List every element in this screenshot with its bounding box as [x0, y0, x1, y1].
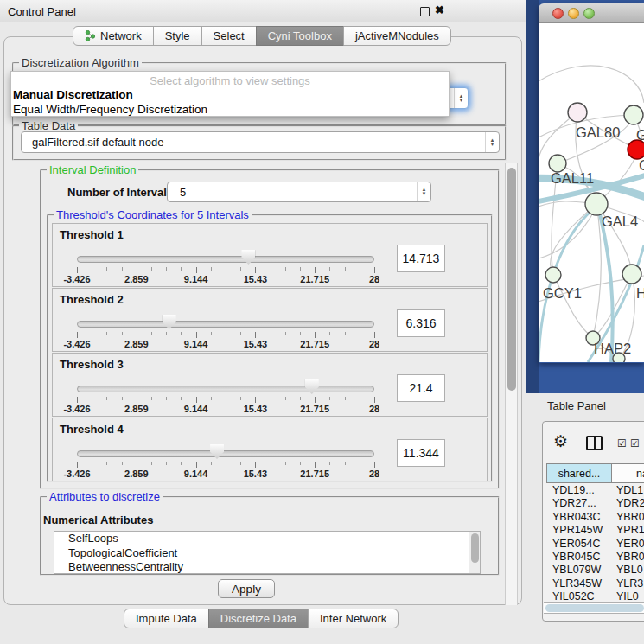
- algorithm-option-equal-width[interactable]: Equal Width/Frequency Discretization: [11, 102, 449, 117]
- tab-jactivemnodules-label: jActiveMNodules: [355, 29, 439, 42]
- list-item[interactable]: TopologicalCoefficient: [54, 546, 480, 561]
- tick-label: 15.43: [244, 469, 268, 479]
- table-row[interactable]: YBR045CYBR0: [546, 551, 644, 564]
- float-panel-icon[interactable]: [420, 7, 430, 16]
- tab-jactivemnodules[interactable]: jActiveMNodules: [343, 26, 451, 46]
- threshold-2-slider[interactable]: -3.426 2.859 9.144 15.43 21.715 28: [77, 315, 374, 349]
- tick-label: 2.859: [124, 274, 149, 284]
- tab-cyni-toolbox[interactable]: Cyni Toolbox: [256, 26, 344, 46]
- node-label-c: C: [639, 157, 644, 173]
- network-window-titlebar[interactable]: [539, 3, 644, 23]
- node-label-ga: GA: [636, 127, 644, 143]
- numerical-attributes-list[interactable]: SelfLoops TopologicalCoefficient Between…: [54, 531, 481, 574]
- table-row[interactable]: YBL079WYBL0: [546, 564, 644, 577]
- node-selected-red[interactable]: [628, 140, 644, 159]
- tab-discretize-data[interactable]: Discretize Data: [208, 609, 309, 628]
- network-view-window[interactable]: GAL80 GA C GAL11 GAL4 GCY1 H HAP2: [539, 3, 644, 363]
- node-gal80[interactable]: [568, 103, 587, 122]
- threshold-1-title: Threshold 1: [60, 228, 124, 241]
- table-row[interactable]: YIL052CYIL0: [546, 590, 644, 602]
- table-row[interactable]: YDL19...YDL1: [546, 484, 644, 497]
- discretization-algorithm-group-title: Discretization Algorithm: [19, 56, 142, 69]
- tick-label: 28: [369, 469, 379, 479]
- table-row[interactable]: YBR043CYBR0: [546, 511, 644, 524]
- tick-label: 15.43: [244, 274, 268, 284]
- tab-impute-data[interactable]: Impute Data: [124, 609, 209, 628]
- tab-style[interactable]: Style: [153, 26, 202, 46]
- node-gal4[interactable]: [585, 193, 608, 215]
- tick-label: 21.715: [300, 274, 329, 284]
- combo-stepper-icon: ▲▼: [485, 132, 499, 152]
- checkbox-icon[interactable]: ☑: [617, 438, 627, 449]
- node-label-gal80: GAL80: [576, 124, 620, 140]
- table-horizontal-scrollbar-thumb[interactable]: [545, 604, 644, 612]
- tab-discretize-data-label: Discretize Data: [220, 612, 296, 625]
- gear-icon[interactable]: ⚙: [553, 433, 568, 450]
- slider-track[interactable]: [77, 321, 374, 328]
- number-of-intervals-label: Number of Intervals: [67, 186, 173, 199]
- threshold-1-slider[interactable]: -3.426 2.859 9.144 15.43 21.715 28: [77, 250, 374, 284]
- panel-scrollbar[interactable]: [505, 163, 518, 605]
- table-row[interactable]: YER054CYER0: [546, 538, 644, 551]
- table-horizontal-scrollbar[interactable]: [544, 602, 644, 614]
- table-row[interactable]: YLR345WYLR3: [546, 577, 644, 590]
- tab-network[interactable]: Network: [73, 26, 154, 46]
- column-header-name[interactable]: na: [611, 463, 644, 483]
- cyni-bottom-tabs: Impute Data Discretize Data Infer Networ…: [124, 609, 399, 628]
- list-item[interactable]: BetweennessCentrality: [54, 560, 480, 574]
- node-gal11[interactable]: [549, 155, 566, 172]
- tab-infer-network-label: Infer Network: [320, 612, 386, 625]
- tick-label: 15.43: [244, 339, 268, 349]
- tick-label: 2.859: [124, 339, 149, 349]
- tab-impute-data-label: Impute Data: [136, 612, 197, 625]
- list-item[interactable]: SelfLoops: [54, 532, 480, 546]
- tick-label: 28: [369, 339, 379, 349]
- number-of-intervals-combobox[interactable]: 5 ▲▼: [167, 182, 431, 202]
- threshold-2-value-field[interactable]: 6.316: [397, 309, 445, 337]
- control-panel-titlebar: Control Panel ✖: [0, 0, 526, 22]
- minimize-window-icon[interactable]: [568, 8, 579, 19]
- cytoscape-desktop: GAL80 GA C GAL11 GAL4 GCY1 H HAP2: [526, 0, 644, 393]
- attributes-group-title: Attributes to discretize: [47, 490, 163, 503]
- threshold-1-value-field[interactable]: 14.713: [397, 245, 445, 272]
- slider-track[interactable]: [77, 256, 374, 263]
- network-canvas[interactable]: GAL80 GA C GAL11 GAL4 GCY1 H HAP2: [539, 23, 644, 362]
- threshold-4-slider[interactable]: -3.426 2.859 9.144 15.43 21.715 28: [77, 444, 374, 479]
- threshold-3-value-field[interactable]: 21.4: [397, 374, 445, 402]
- network-graph: GAL80 GA C GAL11 GAL4 GCY1 H HAP2: [539, 23, 644, 362]
- desktop-edge: [526, 0, 539, 393]
- tab-select[interactable]: Select: [201, 26, 257, 46]
- tab-network-label: Network: [100, 29, 142, 42]
- column-header-shared-name[interactable]: shared...: [546, 463, 612, 483]
- node[interactable]: [622, 265, 641, 284]
- table-row[interactable]: YPR145WYPR1: [546, 524, 644, 537]
- slider-track[interactable]: [77, 386, 374, 392]
- table-data-combobox[interactable]: galFiltered.sif default node ▲▼: [21, 131, 500, 153]
- checkbox-icon[interactable]: ☑: [630, 438, 640, 449]
- combo-stepper-icon: ▲▼: [454, 88, 468, 108]
- algorithm-option-manual[interactable]: Manual Discretization: [11, 87, 449, 102]
- apply-button[interactable]: Apply: [218, 579, 275, 598]
- tab-infer-network[interactable]: Infer Network: [308, 609, 399, 628]
- tab-cyni-toolbox-label: Cyni Toolbox: [268, 29, 332, 42]
- network-icon: [85, 30, 96, 41]
- threshold-4-value-field[interactable]: 11.344: [397, 439, 445, 467]
- tick-label: 21.715: [300, 469, 329, 479]
- tick-label: -3.426: [63, 274, 90, 284]
- threshold-4-box: Threshold 4 -3.426 2.859 9.144 15.43 21.…: [52, 418, 488, 481]
- control-panel-tabs: Network Style Select Cyni Toolbox jActiv…: [73, 26, 451, 46]
- table-row[interactable]: YDR27...YDR2: [546, 497, 644, 510]
- threshold-3-slider[interactable]: -3.426 2.859 9.144 15.43 21.715 28: [77, 379, 374, 414]
- maximize-window-icon[interactable]: [583, 8, 595, 19]
- slider-track[interactable]: [77, 450, 374, 457]
- node[interactable]: [624, 105, 643, 124]
- close-window-icon[interactable]: [552, 8, 564, 19]
- list-scrollbar[interactable]: [469, 532, 480, 573]
- tick-label: 15.43: [244, 404, 268, 414]
- node-label-gal11: GAL11: [551, 170, 594, 186]
- node-gcy1[interactable]: [545, 267, 561, 283]
- panel-scrollbar-thumb[interactable]: [507, 168, 516, 391]
- list-scrollbar-thumb[interactable]: [471, 533, 479, 563]
- split-columns-icon[interactable]: [586, 436, 603, 450]
- close-panel-icon[interactable]: ✖: [435, 3, 444, 16]
